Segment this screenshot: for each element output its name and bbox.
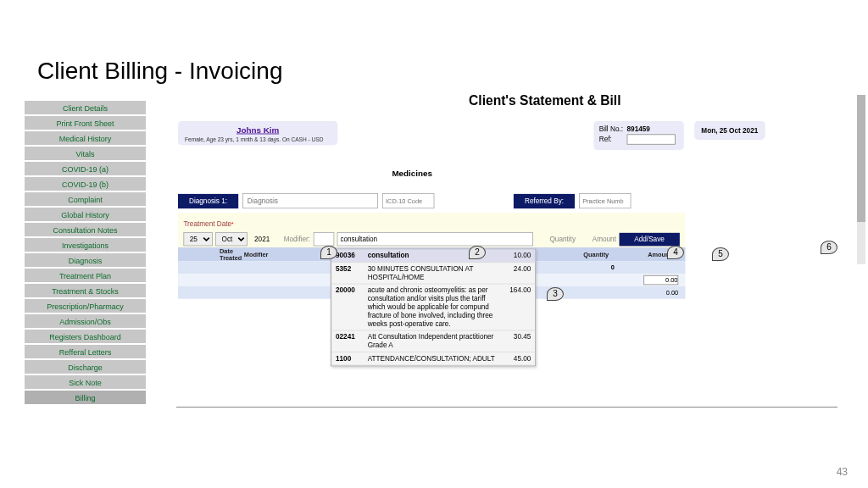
- amount-label: Amount: [593, 236, 616, 243]
- dropdown-item[interactable]: 02241Att Consultation Independent practi…: [331, 330, 535, 352]
- scrollbar-thumb[interactable]: [857, 95, 865, 222]
- sidebar-item-registers[interactable]: Registers Dashboard: [24, 329, 147, 344]
- bill-box: Bill No.:891459 Ref:: [593, 121, 684, 150]
- sidebar-item-admission[interactable]: Admission/Obs: [24, 313, 147, 329]
- sidebar-item-billing[interactable]: Billing: [24, 390, 147, 405]
- medicines-heading: Medicines: [392, 169, 432, 178]
- sidebar-item-covid-b[interactable]: COVID-19 (b): [24, 176, 147, 191]
- diagnosis-row: Diagnosis 1:: [178, 193, 435, 208]
- dropdown-item[interactable]: 90036consultation10.00: [331, 250, 535, 263]
- treatment-date-label: Treatment Date*: [183, 220, 233, 228]
- modifier-label: Modifier:: [284, 236, 310, 243]
- sidebar-item-complaint[interactable]: Complaint: [24, 191, 147, 207]
- callout-6: 6: [821, 241, 837, 254]
- col-quantity: Quantity: [526, 251, 616, 258]
- sidebar-item-investigations[interactable]: Investigations: [24, 237, 147, 252]
- referred-button[interactable]: Referred By:: [514, 193, 575, 208]
- main-panel: Client's Statement & Bill Johns Kim Fema…: [170, 93, 837, 115]
- page-title: Client Billing - Invoicing: [37, 58, 282, 85]
- month-select[interactable]: Oct: [215, 232, 248, 246]
- callout-3: 3: [547, 287, 564, 301]
- year-value: 2021: [250, 234, 274, 244]
- quantity-label: Quantity: [549, 236, 576, 243]
- sidebar-item-vitals[interactable]: Vitals: [24, 146, 147, 161]
- statement-title: Client's Statement & Bill: [253, 93, 837, 108]
- dropdown-item[interactable]: 20000acute and chronic osteomyelitis: as…: [331, 285, 535, 331]
- sidebar-item-referral[interactable]: Refferal Letters: [24, 344, 147, 359]
- col-date-treated: Date Treated: [178, 247, 244, 261]
- service-input[interactable]: [337, 232, 532, 246]
- amount-input[interactable]: [643, 275, 678, 285]
- sidebar-item-covid-a[interactable]: COVID-19 (a): [24, 161, 147, 176]
- dropdown-item[interactable]: 535230 MINUTES CONSULTATION AT HOSPITAL/…: [331, 263, 535, 284]
- dropdown-item[interactable]: 1100ATTENDANCE/CONSULTATION; ADULT45.00: [331, 352, 535, 366]
- scrollbar[interactable]: [857, 95, 865, 264]
- sidebar-item-print-front-sheet[interactable]: Print Front Sheet: [24, 115, 147, 130]
- diagnosis-button[interactable]: Diagnosis 1:: [178, 193, 238, 208]
- patient-box: Johns Kim Female, Age 23 yrs, 1 mnth & 1…: [178, 121, 338, 146]
- patient-details: Female, Age 23 yrs, 1 mnth & 13 days. On…: [185, 136, 331, 142]
- callout-4: 4: [667, 246, 684, 259]
- sidebar-item-client-details[interactable]: Client Details: [24, 100, 147, 115]
- callout-2: 2: [469, 246, 486, 259]
- day-select[interactable]: 25: [183, 232, 212, 246]
- sidebar-item-diagnosis[interactable]: Diagnosis: [24, 252, 147, 268]
- sidebar-item-consultation-notes[interactable]: Consultation Notes: [24, 222, 147, 237]
- callout-5: 5: [712, 247, 729, 261]
- sidebar-item-medical-history[interactable]: Medical History: [24, 130, 147, 146]
- patient-name-link[interactable]: Johns Kim: [185, 125, 331, 135]
- practice-number-input[interactable]: [579, 193, 632, 208]
- entry-form: Treatment Date* 25 Oct 2021 Modifier: Qu…: [178, 213, 686, 250]
- sidebar-item-treatment-plan[interactable]: Treatment Plan: [24, 268, 147, 283]
- statement-date: Mon, 25 Oct 2021: [694, 121, 765, 140]
- service-dropdown[interactable]: 90036consultation10.00 535230 MINUTES CO…: [331, 249, 536, 367]
- page-number: 43: [837, 466, 848, 478]
- sidebar: Client Details Print Front Sheet Medical…: [24, 100, 147, 405]
- sidebar-item-discharge[interactable]: Discharge: [24, 359, 147, 374]
- bill-ref-label: Ref:: [599, 136, 627, 143]
- add-save-button[interactable]: Add/Save: [619, 232, 680, 246]
- sidebar-item-sick-note[interactable]: Sick Note: [24, 374, 147, 390]
- sidebar-item-global-history[interactable]: Global History: [24, 207, 147, 222]
- bill-ref-input[interactable]: [627, 134, 676, 144]
- sidebar-item-prescription[interactable]: Prescription/Pharmacy: [24, 298, 147, 313]
- icd-input[interactable]: [382, 193, 435, 208]
- referred-row: Referred By:: [514, 193, 632, 208]
- bill-no-label: Bill No.:: [599, 125, 627, 133]
- callout-1: 1: [320, 246, 337, 259]
- sidebar-item-treatment-stocks[interactable]: Treatment & Stocks: [24, 283, 147, 298]
- divider: [176, 407, 837, 408]
- diagnosis-input[interactable]: [242, 193, 378, 208]
- modifier-input[interactable]: [313, 232, 334, 246]
- col-modifier: Modifier: [244, 251, 297, 258]
- bill-no-value: 891459: [627, 125, 650, 133]
